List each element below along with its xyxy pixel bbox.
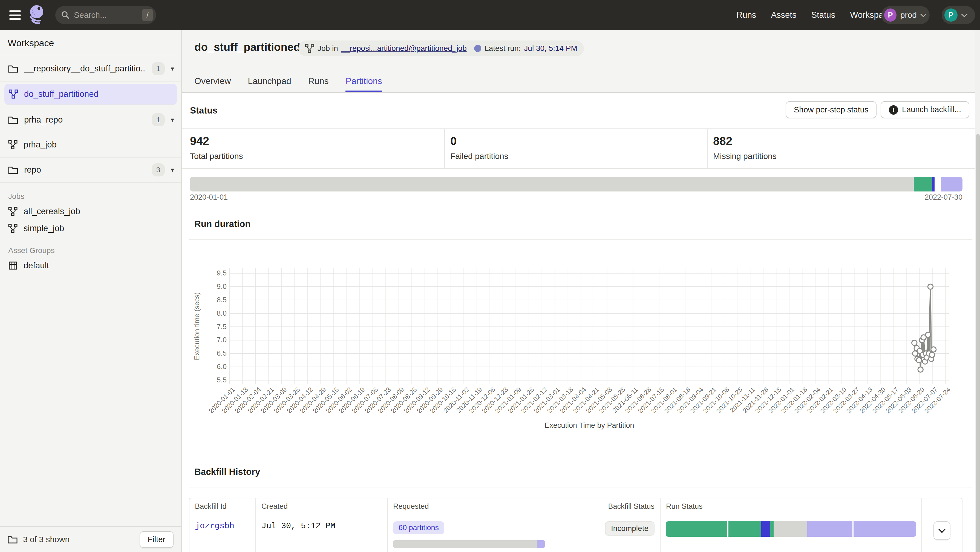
run-status-segment xyxy=(729,521,761,537)
tab-runs[interactable]: Runs xyxy=(308,76,329,92)
backfill-id-link[interactable]: jozrgsbh xyxy=(195,521,234,531)
partition-stats: 942Total partitions0Failed partitions882… xyxy=(182,129,980,169)
folder-icon xyxy=(8,535,18,544)
deployment-avatar: P xyxy=(884,8,897,22)
search-input[interactable] xyxy=(74,10,142,20)
sidebar-title: Workspace xyxy=(0,30,181,56)
page-header: do_stuff_partitioned Job in __reposi...a… xyxy=(182,30,980,93)
y-tick-label: 6.5 xyxy=(202,349,227,357)
sidebar-item-prha-job[interactable]: prha_job xyxy=(0,132,181,157)
table-header-row: Backfill IdCreatedRequestedBackfill Stat… xyxy=(189,498,962,516)
stat-failed-partitions: 0Failed partitions xyxy=(450,129,508,168)
deployment-label: prod xyxy=(900,10,917,20)
nav-assets[interactable]: Assets xyxy=(771,10,796,20)
chart-title: Execution Time by Partition xyxy=(229,421,949,430)
sidebar-item-default[interactable]: default xyxy=(0,257,181,274)
sidebar-item-simple-job[interactable]: simple_job xyxy=(0,220,181,237)
tab-overview[interactable]: Overview xyxy=(194,76,231,92)
job-count-badge: 3 xyxy=(152,163,165,176)
deployment-switcher[interactable]: P prod xyxy=(881,6,930,24)
column-header-run-status: Run Status xyxy=(660,498,922,515)
run-status-cell xyxy=(660,516,922,552)
sidebar-item-label: __repository__do_stuff_partitio... xyxy=(24,64,146,74)
scrollbar-thumb[interactable] xyxy=(976,134,980,552)
job-icon xyxy=(9,89,18,99)
backfill-history-heading: Backfill History xyxy=(194,467,260,477)
page-title: do_stuff_partitioned xyxy=(194,41,300,53)
caret-down-icon[interactable]: ▾ xyxy=(171,166,174,174)
requested-cell: 60 partitions 2020-01-01 2022-07-30 xyxy=(388,516,551,552)
sidebar-item-repo[interactable]: repo3▾ xyxy=(0,157,181,183)
requested-progress-bar xyxy=(393,540,545,548)
run-status-bar xyxy=(666,521,916,537)
created-cell: Jul 30, 5:12 PM xyxy=(256,516,388,552)
sidebar-item-label: all_cereals_job xyxy=(24,206,174,216)
partition-bar-date-range: 2020-01-01 2022-07-30 xyxy=(190,193,963,201)
backfill-status-cell: Incomplete xyxy=(551,516,660,552)
job-icon xyxy=(8,140,18,149)
partition-status-segment xyxy=(935,177,941,192)
sidebar-section-label: Asset Groups xyxy=(0,237,181,257)
show-per-step-status-button[interactable]: Show per-step status xyxy=(786,101,877,118)
requested-partitions-tag: 60 partitions xyxy=(393,521,444,534)
nav-runs[interactable]: Runs xyxy=(737,10,756,20)
caret-down-icon[interactable]: ▾ xyxy=(171,65,174,73)
sidebar-item--repository-do-stuff-partitio-[interactable]: __repository__do_stuff_partitio...1▾ xyxy=(0,56,181,81)
requested-segment xyxy=(393,540,537,548)
top-navigation-bar: / RunsAssetsStatusWorkspace P prod P xyxy=(0,0,980,30)
sidebar-item-label: do_stuff_partitioned xyxy=(24,89,170,99)
hamburger-menu-icon[interactable] xyxy=(9,10,21,20)
sidebar-item-do-stuff-partitioned[interactable]: do_stuff_partitioned xyxy=(5,84,177,105)
job-icon xyxy=(305,44,314,53)
partition-status-segment xyxy=(932,177,935,192)
page-scrollbar xyxy=(975,30,980,552)
sidebar-item-label: repo xyxy=(24,165,146,175)
stat-value: 942 xyxy=(190,135,243,148)
partition-range-start: 2020-01-01 xyxy=(190,193,228,201)
job-icon xyxy=(8,224,18,233)
job-origin-link[interactable]: __reposi...artitioned@partitioned_job xyxy=(341,44,467,53)
folder-icon xyxy=(8,116,18,124)
backfill-status-badge: Incomplete xyxy=(605,521,654,536)
stat-value: 882 xyxy=(713,135,776,148)
tab-launchpad[interactable]: Launchpad xyxy=(248,76,291,92)
stat-value: 0 xyxy=(450,135,508,148)
latest-run-link[interactable]: Jul 30, 5:14 PM xyxy=(524,44,578,53)
stat-label: Total partitions xyxy=(190,152,243,161)
tab-partitions[interactable]: Partitions xyxy=(345,76,382,92)
launch-backfill-button[interactable]: +Launch backfill... xyxy=(881,101,969,118)
global-search[interactable]: / xyxy=(55,6,156,24)
column-header-requested: Requested xyxy=(388,498,551,515)
stat-total-partitions: 942Total partitions xyxy=(190,129,243,168)
plus-circle-icon: + xyxy=(889,105,898,114)
y-tick-label: 6.0 xyxy=(202,362,227,371)
dagster-logo-icon[interactable] xyxy=(28,5,46,25)
column-header-created: Created xyxy=(256,498,388,515)
caret-down-icon[interactable]: ▾ xyxy=(171,116,174,124)
expand-row-button[interactable] xyxy=(934,521,950,540)
latest-run-tag: Latest run: Jul 30, 5:14 PM xyxy=(468,40,584,56)
run-status-segment xyxy=(854,521,916,537)
chevron-down-icon xyxy=(939,526,945,533)
run-status-segment xyxy=(666,521,729,537)
run-status-segment xyxy=(773,521,807,537)
nav-status[interactable]: Status xyxy=(811,10,835,20)
partition-status-bar xyxy=(190,177,963,192)
table-row: jozrgsbh Jul 30, 5:12 PM 60 partitions 2… xyxy=(189,516,962,552)
y-tick-label: 9.5 xyxy=(202,269,227,278)
folder-icon xyxy=(8,166,18,174)
sidebar-item-all-cereals-job[interactable]: all_cereals_job xyxy=(0,203,181,220)
run-duration-heading: Run duration xyxy=(194,219,250,229)
filter-button[interactable]: Filter xyxy=(140,531,173,548)
partition-range-end: 2022-07-30 xyxy=(925,193,963,201)
requested-segment xyxy=(537,540,545,548)
run-status-segment xyxy=(770,521,774,537)
user-menu[interactable]: P xyxy=(942,6,975,24)
search-icon xyxy=(61,10,70,20)
dagster-app: / RunsAssetsStatusWorkspace P prod P Wor… xyxy=(0,0,980,552)
job-origin-prefix: Job in xyxy=(318,44,338,53)
backfill-id-cell: jozrgsbh xyxy=(189,516,256,552)
job-origin-tag: Job in __reposi...artitioned@partitioned… xyxy=(298,40,486,56)
sidebar-item-prha-repo[interactable]: prha_repo1▾ xyxy=(0,107,181,132)
stat-missing-partitions: 882Missing partitions xyxy=(713,129,776,168)
